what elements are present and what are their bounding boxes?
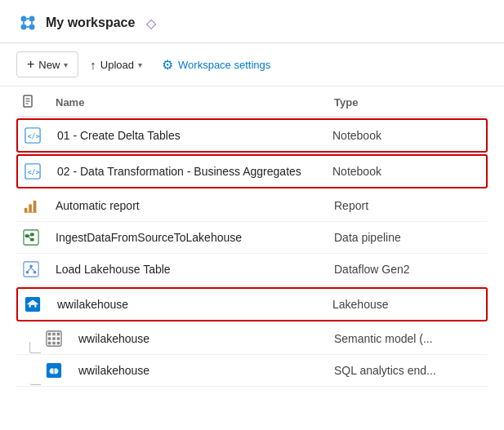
svg-point-29 [33, 271, 37, 274]
item-name: wwilakehouse [57, 298, 332, 311]
item-name: Load Lakehouse Table [56, 263, 334, 276]
svg-point-27 [29, 265, 33, 268]
table-row[interactable]: Automatic report Report [16, 190, 488, 222]
item-name: 01 - Create Delta Tables [57, 129, 332, 142]
item-type: Notebook [332, 129, 479, 142]
workspace-settings-button[interactable]: ⚙ Workspace settings [154, 52, 279, 78]
item-type: Data pipeline [334, 231, 481, 244]
svg-rect-17 [29, 204, 32, 212]
svg-rect-35 [48, 333, 51, 336]
item-type: Semantic model (... [334, 332, 481, 345]
svg-point-2 [21, 24, 27, 30]
table-row[interactable]: wwilakehouse SQL analytics end... [16, 355, 488, 387]
svg-rect-23 [30, 238, 34, 242]
item-type: Report [334, 199, 481, 212]
item-type: Notebook [332, 165, 479, 178]
premium-icon: ◇ [146, 16, 156, 31]
svg-rect-40 [57, 337, 60, 340]
item-name: wwilakehouse [78, 332, 334, 345]
toolbar: + New ▾ ↑ Upload ▾ ⚙ Workspace settings [0, 43, 504, 86]
report-icon [23, 197, 56, 214]
plus-icon: + [27, 57, 34, 72]
item-type: Lakehouse [332, 298, 479, 311]
settings-gear-icon: ⚙ [162, 57, 173, 73]
svg-rect-21 [25, 234, 29, 237]
item-name: 02 - Data Transformation - Business Aggr… [57, 165, 332, 178]
col-type-header: Type [334, 96, 481, 109]
dataflow-icon [23, 261, 56, 277]
svg-point-0 [21, 16, 27, 22]
svg-rect-36 [52, 333, 56, 336]
svg-point-3 [29, 24, 35, 30]
upload-button[interactable]: ↑ Upload ▾ [82, 53, 150, 77]
semantic-model-icon [46, 330, 78, 347]
svg-rect-37 [57, 333, 60, 336]
notebook-icon: </> [25, 163, 57, 180]
svg-rect-16 [25, 208, 28, 212]
svg-point-28 [26, 271, 29, 274]
col-name-header: Name [56, 96, 334, 109]
item-name: IngestDataFromSourceToLakehouse [56, 231, 334, 244]
svg-rect-22 [30, 233, 34, 237]
svg-text:</>: </> [28, 168, 40, 176]
table-row[interactable]: Load Lakehouse Table Dataflow Gen2 [16, 254, 488, 286]
new-button[interactable]: + New ▾ [16, 51, 78, 78]
item-name: Automatic report [56, 199, 334, 212]
table-row[interactable]: wwilakehouse Lakehouse [16, 287, 488, 321]
table-row[interactable]: IngestDataFromSourceToLakehouse Data pip… [16, 222, 488, 254]
new-chevron-icon: ▾ [64, 60, 68, 69]
svg-rect-43 [57, 342, 60, 345]
svg-rect-39 [52, 337, 56, 340]
upload-label: Upload [100, 59, 134, 71]
svg-rect-26 [24, 262, 38, 277]
svg-rect-38 [48, 337, 51, 340]
item-name: wwilakehouse [78, 364, 334, 377]
page-header: My workspace ◇ [0, 0, 504, 43]
item-type: Dataflow Gen2 [334, 263, 481, 276]
table-row[interactable]: </> 01 - Create Delta Tables Notebook [16, 118, 488, 153]
svg-rect-18 [33, 201, 37, 213]
table-row[interactable]: wwilakehouse Semantic model (... [16, 323, 488, 355]
svg-text:</>: </> [28, 132, 40, 140]
upload-icon: ↑ [90, 58, 96, 72]
svg-point-1 [29, 16, 35, 22]
table-header-row: Name Type [16, 86, 488, 117]
item-type: SQL analytics end... [334, 364, 481, 377]
items-table: Name Type </> 01 - Create Delta Tables N… [0, 86, 504, 387]
settings-label: Workspace settings [178, 59, 270, 71]
svg-rect-42 [52, 342, 56, 345]
svg-rect-33 [31, 305, 35, 309]
notebook-icon: </> [25, 127, 57, 144]
workspace-icon [16, 11, 39, 34]
pipeline-icon [23, 229, 56, 246]
upload-chevron-icon: ▾ [138, 60, 142, 69]
lakehouse-icon [25, 296, 57, 313]
workspace-title: My workspace [46, 16, 135, 30]
table-row[interactable]: </> 02 - Data Transformation - Business … [16, 154, 488, 188]
svg-rect-41 [48, 342, 51, 345]
new-label: New [38, 59, 60, 71]
header-file-icon [23, 95, 56, 109]
sql-analytics-icon [46, 362, 78, 379]
